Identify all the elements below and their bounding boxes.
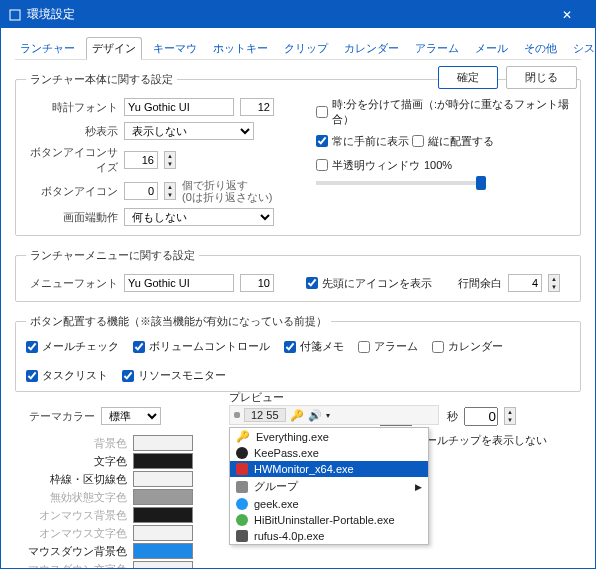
- menu-font[interactable]: [124, 274, 234, 292]
- volume-icon: 🔊: [308, 409, 322, 422]
- clock-font-input[interactable]: [124, 98, 234, 116]
- feature-cb-4[interactable]: カレンダー: [432, 339, 503, 354]
- preview-item-0[interactable]: 🔑Everything.exe: [230, 428, 428, 445]
- titlebar: 環境設定 ✕: [1, 1, 595, 28]
- window-title: 環境設定: [27, 6, 75, 23]
- clock-font-size[interactable]: [240, 98, 274, 116]
- preview-item-5[interactable]: HiBitUninstaller-Portable.exe: [230, 512, 428, 528]
- preview-menu: 🔑Everything.exeKeePass.exeHWMonitor_x64.…: [229, 427, 429, 545]
- tab-3[interactable]: ホットキー: [208, 38, 273, 59]
- feature-cb-5[interactable]: タスクリスト: [26, 368, 108, 383]
- tab-1[interactable]: デザイン: [86, 37, 142, 60]
- group-launcher-body: ランチャー本体に関する設定 時計フォント 秒表示 表示しない ボタンアイコンサイ…: [15, 72, 581, 236]
- group-button-features: ボタン配置する機能（※該当機能が有効になっている前提） メールチェック ボリュー…: [15, 314, 581, 392]
- tab-6[interactable]: アラーム: [410, 38, 464, 59]
- tab-7[interactable]: メール: [470, 38, 513, 59]
- swatch-7[interactable]: [133, 561, 193, 569]
- tab-bar: ランチャーデザインキーマウホットキークリップカレンダーアラームメールその他システ…: [15, 38, 581, 60]
- preview-item-1[interactable]: KeePass.exe: [230, 445, 428, 461]
- feature-cb-1[interactable]: ボリュームコントロール: [133, 339, 270, 354]
- swatch-0[interactable]: [133, 435, 193, 451]
- preview-clock: 12 55: [244, 408, 286, 422]
- clock-sec-adj[interactable]: [464, 407, 498, 426]
- feature-cb-2[interactable]: 付箋メモ: [284, 339, 344, 354]
- spin[interactable]: ▲▼: [164, 151, 176, 169]
- feature-cb-3[interactable]: アラーム: [358, 339, 418, 354]
- window-icon: [9, 9, 21, 21]
- feature-cb-0[interactable]: メールチェック: [26, 339, 119, 354]
- swatch-3[interactable]: [133, 489, 193, 505]
- tab-9[interactable]: システム: [568, 38, 596, 59]
- confirm-button[interactable]: 確定: [438, 66, 498, 89]
- swatch-2[interactable]: [133, 471, 193, 487]
- cb-menu-icon[interactable]: [306, 277, 318, 289]
- swatch-4[interactable]: [133, 507, 193, 523]
- spin[interactable]: ▲▼: [164, 182, 176, 200]
- tab-5[interactable]: カレンダー: [339, 38, 404, 59]
- dropdown-icon: ▾: [326, 411, 330, 420]
- theme-select[interactable]: 標準: [101, 407, 161, 425]
- preview-item-2[interactable]: HWMonitor_x64.exe: [230, 461, 428, 477]
- icon-count[interactable]: [124, 182, 158, 200]
- cb-vertical[interactable]: [412, 135, 424, 147]
- line-gap[interactable]: [508, 274, 542, 292]
- tab-8[interactable]: その他: [519, 38, 562, 59]
- cb-split[interactable]: [316, 106, 328, 118]
- icon-size[interactable]: [124, 151, 158, 169]
- preview-item-6[interactable]: rufus-4.0p.exe: [230, 528, 428, 544]
- svg-rect-0: [10, 10, 20, 20]
- preview-item-3[interactable]: グループ▶: [230, 477, 428, 496]
- key-icon: 🔑: [290, 409, 304, 422]
- tab-0[interactable]: ランチャー: [15, 38, 80, 59]
- group-launcher-menu: ランチャーメニューに関する設定 メニューフォント 先頭にアイコンを表示 行間余白…: [15, 248, 581, 302]
- sec-select[interactable]: 表示しない: [124, 122, 254, 140]
- preview-item-4[interactable]: geek.exe: [230, 496, 428, 512]
- transparency-slider[interactable]: [316, 181, 486, 185]
- preview-panel: プレビュー 12 55 🔑 🔊 ▾ 🔑Everything.exeKeePass…: [229, 390, 439, 545]
- swatch-6[interactable]: [133, 543, 193, 559]
- grip-icon: [234, 412, 240, 418]
- cb-topmost[interactable]: [316, 135, 328, 147]
- close-icon[interactable]: ✕: [547, 8, 587, 22]
- swatch-1[interactable]: [133, 453, 193, 469]
- cb-transparent[interactable]: [316, 159, 328, 171]
- feature-cb-6[interactable]: リソースモニター: [122, 368, 226, 383]
- tab-2[interactable]: キーマウ: [148, 38, 202, 59]
- close-button[interactable]: 閉じる: [506, 66, 577, 89]
- edge-select[interactable]: 何もしない: [124, 208, 274, 226]
- menu-font-size[interactable]: [240, 274, 274, 292]
- swatch-5[interactable]: [133, 525, 193, 541]
- tab-4[interactable]: クリップ: [279, 38, 333, 59]
